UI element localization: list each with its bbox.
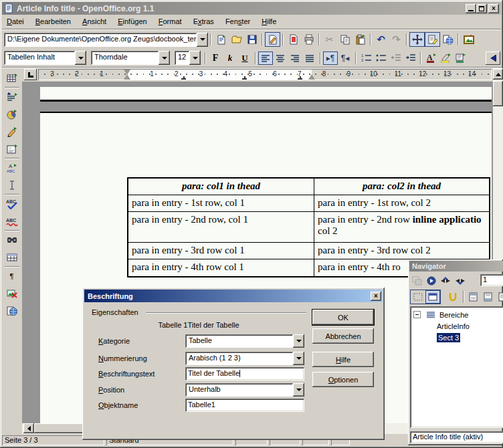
minimize-icon[interactable] <box>466 4 476 13</box>
table-cell[interactable]: para in entry - 2nd row, col 1 <box>128 212 314 242</box>
rtl-icon[interactable]: ¶◂ <box>338 51 353 65</box>
tree-label[interactable]: ArticleInfo <box>437 322 470 330</box>
backward-icon[interactable] <box>486 51 500 65</box>
autotext-icon[interactable]: AABC <box>4 160 19 175</box>
direct-cursor-icon[interactable] <box>4 178 19 193</box>
next-icon[interactable] <box>454 274 468 288</box>
kategorie-combobox[interactable]: Tabelle <box>185 334 304 348</box>
tree-label[interactable]: Bereiche <box>439 311 468 319</box>
data-sources-icon[interactable] <box>4 250 19 265</box>
tree-item-sect3[interactable]: Sect 3 <box>410 332 503 343</box>
tab-type-button[interactable] <box>24 69 37 80</box>
table-header-cell[interactable]: para: col1 in thead <box>128 179 314 195</box>
navigator-icon[interactable] <box>409 32 425 47</box>
spellcheck-icon[interactable]: ABC <box>4 197 19 211</box>
gallery-icon[interactable] <box>461 32 476 47</box>
style-dropdown-icon[interactable] <box>75 51 86 65</box>
edit-file-icon[interactable] <box>265 32 280 47</box>
menu-hilfe[interactable]: Hilfe <box>257 15 281 27</box>
content-view-icon[interactable] <box>411 290 425 304</box>
paste-icon[interactable] <box>353 32 368 47</box>
online-layout-icon[interactable] <box>4 304 19 318</box>
beschriftungstext-input[interactable]: Titel der Tabelle <box>185 367 304 380</box>
previous-icon[interactable] <box>439 274 454 288</box>
table-cell[interactable]: para in entry - 1st row, col 1 <box>128 195 314 211</box>
insert-fields-icon[interactable] <box>4 90 19 104</box>
graphics-onoff-icon[interactable] <box>4 286 19 301</box>
table-cell[interactable]: para in entry - 3rd row col 1 <box>128 243 314 259</box>
autospellcheck-icon[interactable]: ABC <box>4 214 19 229</box>
ok-button[interactable]: OK <box>312 310 374 325</box>
nummerierung-combobox[interactable]: Arabisch (1 2 3) <box>185 352 304 365</box>
toggle-icon[interactable] <box>409 274 424 288</box>
nonprinting-characters-icon[interactable]: ¶ <box>4 269 19 284</box>
stylist-icon[interactable] <box>425 32 440 47</box>
menu-einfuegen[interactable]: Einfügen <box>113 15 151 27</box>
hilfe-button[interactable]: Hilfe <box>312 352 374 367</box>
print-icon[interactable] <box>301 32 316 47</box>
header-icon[interactable] <box>466 290 481 304</box>
underline-button[interactable]: U <box>237 51 252 65</box>
scroll-left-icon[interactable] <box>23 423 34 433</box>
tab-stop-marker[interactable] <box>181 76 186 80</box>
font-name-value[interactable]: Thorndale <box>91 51 159 65</box>
kategorie-dropdown-icon[interactable] <box>293 334 304 348</box>
redo-icon[interactable]: ↷ <box>389 32 404 47</box>
table-cell[interactable]: para in entry - 3rd row col 2 <box>314 243 489 259</box>
footer-icon[interactable] <box>480 290 495 304</box>
find-replace-icon[interactable] <box>4 233 19 247</box>
abbrechen-button[interactable]: Abbrechen <box>312 328 374 344</box>
highlighting-icon[interactable] <box>438 51 453 65</box>
url-combobox[interactable]: D:\Eigene Dokumente\OpenOffice.org Zeugs… <box>4 33 208 47</box>
position-value[interactable]: Unterhalb <box>185 383 293 397</box>
vertical-scroll-thumb[interactable] <box>493 81 503 106</box>
content-view-master-icon[interactable] <box>425 290 440 304</box>
menu-ansicht[interactable]: Ansicht <box>78 15 111 27</box>
collapse-icon[interactable] <box>413 311 421 318</box>
left-indent-marker[interactable] <box>124 74 130 80</box>
table-header-cell[interactable]: para: col2 in thead <box>314 179 489 195</box>
navigator-title-bar[interactable]: Navigator <box>409 261 503 271</box>
menu-format[interactable]: Format <box>154 15 187 27</box>
hyperlink-icon[interactable] <box>440 32 456 47</box>
nummerierung-dropdown-icon[interactable] <box>293 352 304 365</box>
size-dropdown-icon[interactable] <box>189 51 201 65</box>
draw-functions-icon[interactable] <box>4 124 19 139</box>
ruler-strip[interactable]: 3211234567891011121314 <box>38 69 492 80</box>
url-dropdown-icon[interactable] <box>197 33 208 47</box>
bold-button[interactable]: F <box>208 51 223 65</box>
menu-bearbeiten[interactable]: Bearbeiten <box>31 15 76 27</box>
page-spinner[interactable]: 1 <box>480 274 503 286</box>
numbered-list-icon[interactable]: 12 <box>359 51 373 65</box>
position-dropdown-icon[interactable] <box>293 383 304 397</box>
undo-icon[interactable]: ↶ <box>373 32 389 47</box>
maximize-icon[interactable] <box>476 4 487 13</box>
url-value[interactable]: D:\Eigene Dokumente\OpenOffice.org Zeugs… <box>4 33 197 47</box>
position-combobox[interactable]: Unterhalb <box>185 383 304 397</box>
navigator-document-list[interactable]: Article Info title (aktiv) <box>410 431 503 443</box>
align-left-icon[interactable] <box>258 51 273 65</box>
font-color-icon[interactable]: A <box>423 51 438 65</box>
dialog-close-icon[interactable]: × <box>371 292 381 301</box>
font-name-combobox[interactable]: Thorndale <box>91 51 170 65</box>
align-right-icon[interactable] <box>288 51 302 65</box>
cut-icon[interactable]: ✂ <box>322 32 337 47</box>
title-bar[interactable]: Article Info title - OpenOffice.org 1.1 … <box>2 2 501 15</box>
menu-extras[interactable]: Extras <box>189 15 219 27</box>
set-reminder-icon[interactable] <box>445 290 460 304</box>
form-functions-icon[interactable] <box>4 142 19 156</box>
tree-item-bereiche[interactable]: Bereiche <box>410 309 503 320</box>
menu-fenster[interactable]: Fenster <box>221 15 255 27</box>
decrease-indent-icon[interactable] <box>388 51 403 65</box>
font-dropdown-icon[interactable] <box>159 51 170 65</box>
paragraph-style-combobox[interactable]: Tabellen Inhalt <box>4 51 86 65</box>
bullet-list-icon[interactable] <box>373 51 388 65</box>
anchor-icon[interactable] <box>495 290 503 304</box>
open-icon[interactable] <box>229 32 244 47</box>
ltr-icon[interactable]: ▸¶ <box>323 51 338 65</box>
nummerierung-value[interactable]: Arabisch (1 2 3) <box>185 352 293 365</box>
scroll-up-icon[interactable] <box>493 69 503 80</box>
tree-item-articleinfo[interactable]: ArticleInfo <box>410 320 503 332</box>
font-size-value[interactable]: 12 <box>175 51 189 65</box>
copy-icon[interactable] <box>337 32 353 47</box>
